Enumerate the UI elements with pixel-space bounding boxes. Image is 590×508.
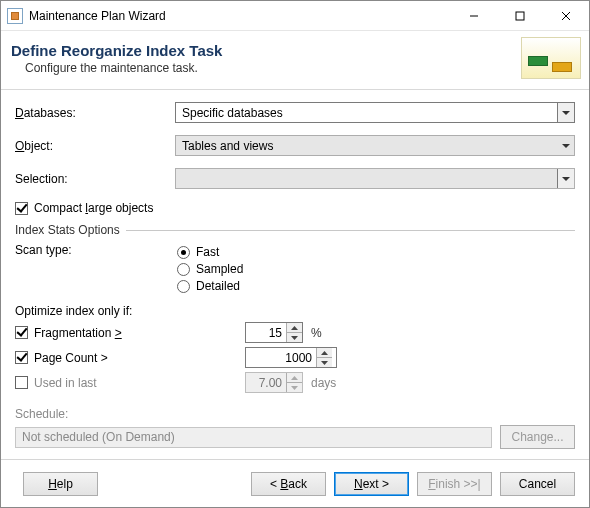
index-stats-heading: Index Stats Options	[15, 223, 120, 237]
app-icon	[7, 8, 23, 24]
radio-icon	[177, 280, 190, 293]
percent-unit: %	[311, 326, 322, 340]
svg-rect-1	[516, 12, 524, 20]
chevron-down-icon	[557, 169, 574, 188]
minimize-button[interactable]	[451, 1, 497, 31]
finish-button: Finish >>|	[417, 472, 492, 496]
pagecount-checkbox[interactable]: Page Count >	[15, 351, 245, 365]
checkbox-icon	[15, 351, 28, 364]
fragmentation-checkbox[interactable]: Fragmentation >	[15, 326, 245, 340]
used-in-last-label: Used in last	[34, 376, 97, 390]
checkbox-icon	[15, 376, 28, 389]
schedule-label: Schedule:	[15, 407, 575, 421]
svg-marker-7	[321, 361, 328, 365]
svg-marker-9	[291, 386, 298, 390]
checkbox-icon	[15, 202, 28, 215]
close-button[interactable]	[543, 1, 589, 31]
used-in-last-checkbox[interactable]: Used in last	[15, 376, 245, 390]
spinner-buttons[interactable]	[286, 323, 302, 342]
chevron-down-icon	[557, 136, 574, 155]
pagecount-spinner[interactable]: 1000	[245, 347, 337, 368]
page-subtitle: Configure the maintenance task.	[25, 61, 222, 75]
svg-marker-8	[291, 376, 298, 380]
scan-type-detailed[interactable]: Detailed	[175, 279, 243, 293]
checkbox-icon	[15, 326, 28, 339]
selection-dropdown[interactable]	[175, 168, 575, 189]
svg-marker-6	[321, 351, 328, 355]
wizard-footer: Help < Back Next > Finish >>| Cancel	[1, 472, 589, 506]
scan-type-sampled[interactable]: Sampled	[175, 262, 243, 276]
wizard-header: Define Reorganize Index Task Configure t…	[1, 31, 589, 90]
change-schedule-button: Change...	[500, 425, 575, 449]
object-value: Tables and views	[182, 139, 273, 153]
compact-large-objects-checkbox[interactable]: Compact large objects	[15, 201, 575, 215]
databases-dropdown[interactable]: Specific databases	[175, 102, 575, 123]
databases-value: Specific databases	[182, 106, 283, 120]
selection-label: Selection:	[15, 172, 175, 186]
chevron-down-icon	[557, 103, 574, 122]
databases-label: Databases:	[15, 106, 175, 120]
index-stats-group: Index Stats Options	[15, 223, 575, 237]
scan-type-fast[interactable]: Fast	[175, 245, 243, 259]
header-graphic-icon	[521, 37, 581, 79]
next-button[interactable]: Next >	[334, 472, 409, 496]
spinner-buttons[interactable]	[316, 348, 332, 367]
days-unit: days	[311, 376, 336, 390]
window-title: Maintenance Plan Wizard	[29, 9, 166, 23]
maximize-button[interactable]	[497, 1, 543, 31]
compact-large-objects-label: Compact large objects	[34, 201, 153, 215]
fragmentation-spinner[interactable]: 15	[245, 322, 303, 343]
radio-icon	[177, 263, 190, 276]
pagecount-label: Page Count >	[34, 351, 108, 365]
scan-type-label: Scan type:	[15, 243, 175, 257]
help-button[interactable]: Help	[23, 472, 98, 496]
back-button[interactable]: < Back	[251, 472, 326, 496]
cancel-button[interactable]: Cancel	[500, 472, 575, 496]
svg-marker-4	[291, 326, 298, 330]
object-label: Object:	[15, 139, 175, 153]
used-in-last-spinner: 7.00	[245, 372, 303, 393]
spinner-buttons	[286, 373, 302, 392]
titlebar: Maintenance Plan Wizard	[1, 1, 589, 31]
radio-icon	[177, 246, 190, 259]
object-dropdown[interactable]: Tables and views	[175, 135, 575, 156]
fragmentation-label: Fragmentation >	[34, 326, 122, 340]
optimize-heading: Optimize index only if:	[15, 304, 575, 318]
svg-marker-5	[291, 336, 298, 340]
separator	[1, 459, 589, 460]
schedule-field: Not scheduled (On Demand)	[15, 427, 492, 448]
page-title: Define Reorganize Index Task	[11, 42, 222, 59]
